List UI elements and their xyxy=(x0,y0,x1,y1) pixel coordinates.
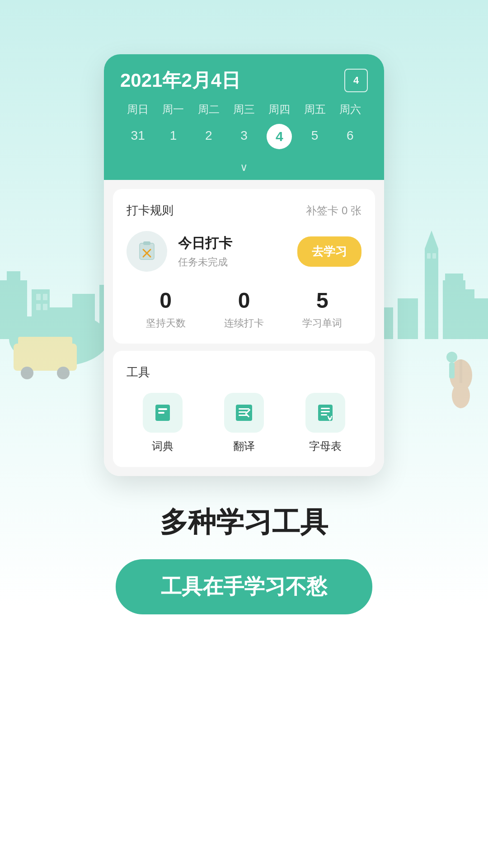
weekday-fri: 周五 xyxy=(297,102,332,117)
dictionary-label: 词典 xyxy=(152,439,174,453)
tool-alphabet[interactable]: 字母表 xyxy=(289,393,361,453)
dictionary-icon-wrap xyxy=(143,393,183,433)
weekday-mon: 周一 xyxy=(155,102,191,117)
stat-words-label: 学习单词 xyxy=(302,316,342,330)
svg-rect-24 xyxy=(470,298,488,339)
svg-point-12 xyxy=(57,367,70,379)
svg-rect-22 xyxy=(445,274,463,282)
calendar-icon[interactable]: 4 xyxy=(344,69,368,92)
weekday-wed: 周三 xyxy=(226,102,262,117)
bottom-section: 多种学习工具 工具在手学习不愁 xyxy=(0,476,488,651)
svg-rect-10 xyxy=(18,337,72,345)
svg-rect-1 xyxy=(23,316,95,339)
checkin-subtitle: 任务未完成 xyxy=(178,255,286,269)
stat-words-value: 5 xyxy=(316,288,328,313)
svg-rect-44 xyxy=(158,408,167,410)
stat-persist-value: 0 xyxy=(160,288,172,313)
tool-translate[interactable]: 翻译 xyxy=(208,393,280,453)
date-3[interactable]: 3 xyxy=(226,124,262,149)
svg-point-29 xyxy=(452,383,470,408)
stats-row: 0 坚持天数 0 连续打卡 5 学习单词 xyxy=(127,288,361,330)
svg-rect-9 xyxy=(14,344,77,371)
svg-rect-45 xyxy=(158,412,164,414)
date-5[interactable]: 5 xyxy=(297,124,332,149)
svg-rect-4 xyxy=(7,271,20,283)
svg-point-0 xyxy=(9,312,108,366)
svg-rect-20 xyxy=(432,253,436,259)
weekday-thu: 周四 xyxy=(262,102,297,117)
translate-label: 翻译 xyxy=(233,439,255,453)
collapse-arrow[interactable]: ∨ xyxy=(120,156,368,180)
svg-rect-15 xyxy=(36,304,41,310)
svg-rect-28 xyxy=(460,359,462,396)
checkin-section-title: 打卡规则 xyxy=(127,203,174,218)
weekday-sun: 周日 xyxy=(120,102,155,117)
calendar-title: 2021年2月4日 xyxy=(120,68,240,93)
svg-rect-3 xyxy=(0,280,27,339)
weekday-row: 周日 周一 周二 周三 周四 周五 周六 xyxy=(120,102,368,117)
svg-rect-6 xyxy=(72,294,95,339)
svg-rect-21 xyxy=(443,280,465,339)
date-4-today[interactable]: 4 xyxy=(267,124,292,149)
svg-point-11 xyxy=(21,367,33,379)
stat-streak-value: 0 xyxy=(238,288,250,313)
svg-rect-17 xyxy=(425,249,438,339)
date-row: 31 1 2 3 4 5 6 xyxy=(120,124,368,156)
svg-rect-16 xyxy=(43,304,47,310)
checkin-title: 今日打卡 xyxy=(178,234,286,253)
stat-words: 5 学习单词 xyxy=(283,288,361,330)
weekday-tue: 周二 xyxy=(191,102,226,117)
svg-rect-48 xyxy=(239,411,247,413)
svg-rect-14 xyxy=(43,294,47,300)
checkin-row: 今日打卡 任务未完成 去学习 xyxy=(127,231,361,272)
translate-icon-wrap xyxy=(224,393,264,433)
phone-card: 2021年2月4日 4 周日 周一 周二 周三 周四 周五 周六 31 1 2 … xyxy=(104,54,384,476)
stat-streak-label: 连续打卡 xyxy=(224,316,264,330)
checkin-icon xyxy=(127,231,167,272)
tools-grid: 词典 翻译 xyxy=(127,393,361,453)
cta-button[interactable]: 工具在手学习不愁 xyxy=(116,559,372,614)
svg-rect-25 xyxy=(398,298,418,339)
stat-persist-label: 坚持天数 xyxy=(146,316,186,330)
svg-rect-47 xyxy=(239,408,249,410)
svg-rect-13 xyxy=(36,294,41,300)
date-31[interactable]: 31 xyxy=(120,124,155,149)
tool-dictionary[interactable]: 词典 xyxy=(127,393,199,453)
svg-point-27 xyxy=(450,359,472,391)
tools-card: 工具 词典 xyxy=(113,351,375,467)
svg-marker-18 xyxy=(425,231,438,249)
svg-rect-31 xyxy=(449,363,455,378)
calendar-header: 2021年2月4日 4 周日 周一 周二 周三 周四 周五 周六 31 1 2 … xyxy=(104,54,384,180)
alphabet-label: 字母表 xyxy=(309,439,342,453)
svg-rect-39 xyxy=(140,243,154,259)
svg-rect-53 xyxy=(321,408,330,409)
svg-rect-19 xyxy=(427,253,431,259)
checkin-card: 打卡规则 补签卡 0 张 今日打卡 任务未完成 去学习 xyxy=(113,189,375,344)
svg-rect-54 xyxy=(321,411,330,412)
weekday-sat: 周六 xyxy=(333,102,368,117)
go-study-button[interactable]: 去学习 xyxy=(297,236,361,267)
checkin-text: 今日打卡 任务未完成 xyxy=(178,234,286,269)
cards-section: 打卡规则 补签卡 0 张 今日打卡 任务未完成 去学习 xyxy=(104,180,384,476)
date-6[interactable]: 6 xyxy=(333,124,368,149)
svg-point-30 xyxy=(446,352,457,363)
svg-rect-55 xyxy=(321,414,327,415)
svg-rect-2 xyxy=(32,307,86,319)
tools-section-title: 工具 xyxy=(127,364,361,380)
svg-rect-40 xyxy=(143,241,150,245)
date-2[interactable]: 2 xyxy=(191,124,226,149)
date-1[interactable]: 1 xyxy=(155,124,191,149)
svg-rect-23 xyxy=(456,289,474,339)
stat-streak: 0 连续打卡 xyxy=(205,288,283,330)
main-headline: 多种学习工具 xyxy=(160,503,328,541)
supplement-label: 补签卡 0 张 xyxy=(306,203,361,218)
alphabet-icon-wrap xyxy=(305,393,345,433)
svg-rect-5 xyxy=(32,289,50,339)
stat-persist-days: 0 坚持天数 xyxy=(127,288,205,330)
